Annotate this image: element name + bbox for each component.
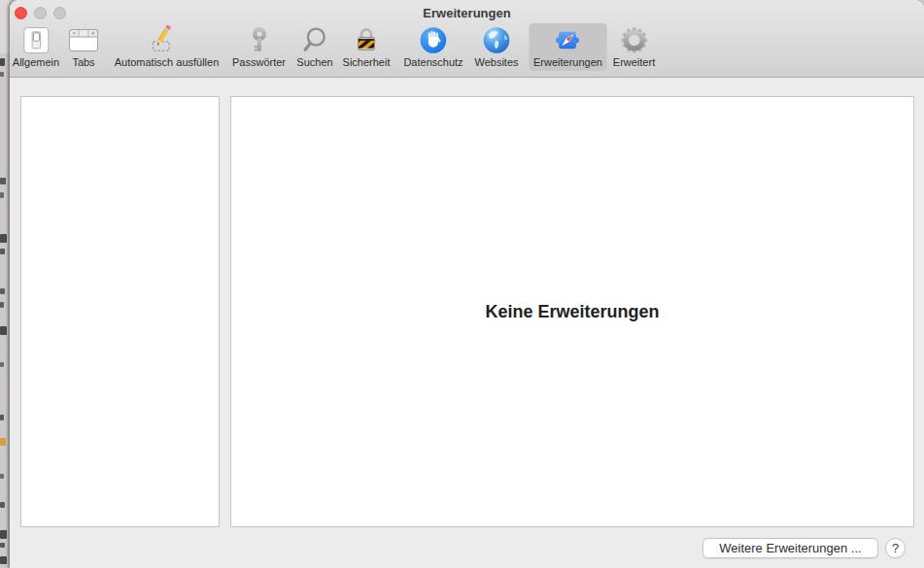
- toolbar-item-label: Datenschutz: [403, 56, 462, 69]
- extensions-puzzle-icon: [553, 25, 583, 55]
- more-extensions-button[interactable]: Weitere Erweiterungen ...: [702, 538, 878, 558]
- advanced-gear-icon: [619, 25, 649, 55]
- toolbar-item-erweitert[interactable]: Erweitert: [608, 23, 660, 71]
- toolbar-item-tabs[interactable]: Tabs: [64, 23, 104, 71]
- autofill-pencil-icon: [152, 25, 182, 55]
- toolbar-item-label: Passwörter: [232, 56, 286, 69]
- background-window-sliver: [0, 0, 10, 568]
- search-magnifier-icon: [300, 25, 330, 55]
- help-button[interactable]: ?: [885, 538, 906, 558]
- extensions-content-area: Keine Erweiterungen: [10, 79, 924, 527]
- security-lock-icon: [351, 25, 381, 55]
- toolbar-item-label: Automatisch ausfüllen: [115, 56, 220, 69]
- toolbar-item-passwoerter[interactable]: Passwörter: [227, 23, 291, 71]
- general-switch-icon: [21, 25, 51, 55]
- preferences-toolbar: Erweiterungen Allgemein: [10, 0, 924, 78]
- toolbar-item-erweiterungen[interactable]: Erweiterungen: [529, 23, 607, 71]
- footer-bar: Weitere Erweiterungen ... ?: [10, 527, 924, 568]
- extensions-list-panel: [20, 96, 220, 527]
- toolbar-item-sicherheit[interactable]: Sicherheit: [338, 23, 395, 71]
- toolbar-item-automatisch-ausfuellen[interactable]: Automatisch ausfüllen: [110, 23, 224, 71]
- window-title: Erweiterungen: [10, 6, 924, 20]
- empty-state-text: Keine Erweiterungen: [485, 302, 659, 322]
- toolbar-item-label: Suchen: [296, 56, 332, 69]
- passwords-key-icon: [244, 25, 274, 55]
- toolbar-item-label: Websites: [474, 56, 518, 69]
- toolbar-item-datenschutz[interactable]: Datenschutz: [398, 23, 467, 71]
- toolbar-item-label: Erweitert: [613, 56, 655, 69]
- toolbar-item-websites[interactable]: Websites: [469, 23, 523, 71]
- toolbar-item-label: Erweiterungen: [533, 56, 602, 69]
- extension-detail-panel: Keine Erweiterungen: [230, 96, 914, 527]
- toolbar-item-label: Sicherheit: [343, 56, 391, 69]
- privacy-hand-icon: [419, 25, 449, 55]
- toolbar-item-allgemein[interactable]: Allgemein: [8, 23, 64, 71]
- toolbar-item-label: Allgemein: [13, 56, 59, 69]
- websites-globe-icon: [481, 25, 511, 55]
- tabs-window-icon: [69, 25, 99, 55]
- toolbar-item-label: Tabs: [72, 56, 94, 69]
- safari-preferences-window: Erweiterungen Allgemein: [10, 0, 924, 568]
- toolbar-item-suchen[interactable]: Suchen: [291, 23, 337, 71]
